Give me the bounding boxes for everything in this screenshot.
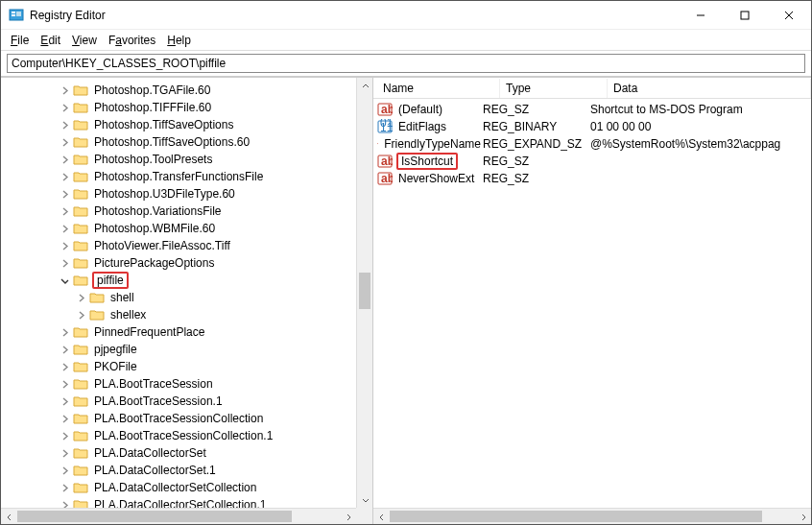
- registry-tree[interactable]: Photoshop.TGAFile.60Photoshop.TIFFFile.6…: [1, 78, 372, 517]
- tree-item[interactable]: PLA.DataCollectorSet.1: [3, 462, 372, 479]
- chevron-right-icon[interactable]: [58, 429, 71, 442]
- scroll-right-icon[interactable]: [340, 509, 356, 524]
- values-pane: Name Type Data ab(Default)REG_SZShortcut…: [373, 78, 811, 524]
- value-row[interactable]: abIsShortcutREG_SZ: [373, 153, 811, 170]
- value-row[interactable]: abNeverShowExtREG_SZ: [373, 170, 811, 187]
- column-header-name[interactable]: Name: [377, 79, 500, 98]
- svg-text:ab: ab: [381, 103, 393, 116]
- tree-item[interactable]: PinnedFrequentPlace: [3, 323, 372, 341]
- tree-item[interactable]: piffile: [3, 272, 372, 289]
- menu-favorites[interactable]: Favorites: [105, 32, 159, 49]
- minimize-button[interactable]: [679, 1, 723, 30]
- value-row[interactable]: abFriendlyTypeNameREG_EXPAND_SZ@%SystemR…: [373, 135, 811, 153]
- chevron-right-icon[interactable]: [58, 446, 71, 460]
- chevron-right-icon[interactable]: [58, 464, 71, 477]
- tree-item[interactable]: Photoshop.TIFFFile.60: [3, 99, 372, 116]
- tree-item-label: PLA.BootTraceSessionCollection: [92, 412, 265, 425]
- svg-text:ab: ab: [381, 155, 393, 168]
- value-row[interactable]: 011110EditFlagsREG_BINARY01 00 00 00: [373, 118, 811, 135]
- chevron-right-icon[interactable]: [58, 325, 71, 339]
- tree-item[interactable]: Photoshop.TransferFunctionsFile: [3, 168, 372, 185]
- folder-icon: [73, 135, 88, 149]
- scroll-down-icon[interactable]: [357, 491, 373, 508]
- folder-icon: [73, 464, 88, 477]
- values-list[interactable]: ab(Default)REG_SZShortcut to MS-DOS Prog…: [373, 99, 811, 187]
- tree-item-label: PLA.BootTraceSession: [92, 377, 215, 391]
- chevron-right-icon[interactable]: [58, 481, 71, 494]
- menu-help[interactable]: Help: [163, 32, 195, 49]
- tree-item-label: Photoshop.U3DFileType.60: [92, 187, 237, 201]
- column-header-type[interactable]: Type: [500, 79, 608, 98]
- chevron-right-icon[interactable]: [58, 239, 71, 252]
- folder-icon: [73, 360, 88, 373]
- tree-item[interactable]: Photoshop.WBMFile.60: [3, 220, 372, 237]
- tree-item[interactable]: Photoshop.TiffSaveOptions: [3, 116, 372, 133]
- tree-item[interactable]: Photoshop.ToolPresets: [3, 151, 372, 168]
- tree-item[interactable]: PLA.BootTraceSessionCollection: [3, 410, 372, 427]
- menu-view[interactable]: View: [68, 32, 101, 49]
- scroll-left-icon[interactable]: [1, 509, 17, 524]
- folder-icon: [73, 377, 88, 391]
- tree-item-label: PLA.DataCollectorSet.1: [92, 464, 218, 477]
- tree-item[interactable]: shell: [3, 289, 372, 306]
- tree-item[interactable]: shellex: [3, 306, 372, 323]
- value-name: IsShortcut: [396, 153, 458, 170]
- chevron-right-icon[interactable]: [58, 170, 71, 183]
- folder-icon: [73, 412, 88, 425]
- tree-item[interactable]: PLA.BootTraceSessionCollection.1: [3, 427, 372, 444]
- tree-item[interactable]: PLA.BootTraceSession.1: [3, 393, 372, 410]
- scroll-left-icon[interactable]: [373, 509, 390, 524]
- tree-item[interactable]: Photoshop.VariationsFile: [3, 203, 372, 220]
- chevron-right-icon[interactable]: [58, 135, 71, 149]
- tree-item[interactable]: Photoshop.TGAFile.60: [3, 82, 372, 99]
- chevron-right-icon[interactable]: [58, 118, 71, 131]
- address-input[interactable]: [7, 54, 805, 73]
- tree-item[interactable]: PhotoViewer.FileAssoc.Tiff: [3, 237, 372, 254]
- tree-item[interactable]: Photoshop.TiffSaveOptions.60: [3, 133, 372, 151]
- menu-edit[interactable]: Edit: [36, 32, 64, 49]
- tree-item-label: Photoshop.VariationsFile: [92, 204, 224, 218]
- tree-vertical-scrollbar[interactable]: [356, 78, 372, 508]
- chevron-right-icon[interactable]: [74, 308, 87, 322]
- chevron-right-icon[interactable]: [58, 412, 71, 425]
- chevron-right-icon[interactable]: [58, 377, 71, 391]
- folder-icon: [73, 394, 88, 408]
- chevron-right-icon[interactable]: [58, 256, 71, 270]
- chevron-right-icon[interactable]: [58, 222, 71, 235]
- chevron-right-icon[interactable]: [58, 187, 71, 201]
- tree-item[interactable]: Photoshop.U3DFileType.60: [3, 185, 372, 203]
- chevron-right-icon[interactable]: [58, 360, 71, 373]
- column-header-data[interactable]: Data: [608, 79, 811, 98]
- scroll-up-icon[interactable]: [357, 78, 373, 94]
- chevron-right-icon[interactable]: [58, 394, 71, 408]
- tree-item[interactable]: PKOFile: [3, 358, 372, 375]
- chevron-right-icon[interactable]: [58, 204, 71, 218]
- tree-pane: Photoshop.TGAFile.60Photoshop.TIFFFile.6…: [1, 78, 373, 524]
- tree-item[interactable]: PLA.BootTraceSession: [3, 375, 372, 393]
- tree-item-label: pjpegfile: [92, 343, 139, 356]
- chevron-right-icon[interactable]: [74, 291, 87, 304]
- tree-item-label: PLA.DataCollectorSet: [92, 446, 208, 460]
- folder-icon: [73, 256, 88, 270]
- chevron-right-icon[interactable]: [58, 84, 71, 97]
- menu-file[interactable]: File: [7, 32, 33, 49]
- tree-item[interactable]: PLA.DataCollectorSetCollection: [3, 479, 372, 496]
- chevron-right-icon[interactable]: [58, 343, 71, 356]
- tree-item[interactable]: pjpegfile: [3, 341, 372, 358]
- close-button[interactable]: [767, 1, 811, 30]
- chevron-right-icon[interactable]: [58, 153, 71, 166]
- values-horizontal-scrollbar[interactable]: [373, 508, 811, 524]
- tree-item-label: PicturePackageOptions: [92, 256, 216, 270]
- tree-item[interactable]: PLA.DataCollectorSet: [3, 444, 372, 462]
- tree-item[interactable]: PicturePackageOptions: [3, 254, 372, 272]
- value-data: 01 00 00 00: [590, 120, 811, 133]
- maximize-button[interactable]: [723, 1, 767, 30]
- value-row[interactable]: ab(Default)REG_SZShortcut to MS-DOS Prog…: [373, 101, 811, 118]
- scroll-right-icon[interactable]: [795, 509, 811, 524]
- tree-item-label: PhotoViewer.FileAssoc.Tiff: [92, 239, 232, 252]
- chevron-down-icon[interactable]: [58, 274, 71, 287]
- tree-horizontal-scrollbar[interactable]: [1, 508, 356, 524]
- folder-icon: [73, 170, 88, 183]
- folder-icon: [89, 308, 105, 322]
- chevron-right-icon[interactable]: [58, 101, 71, 114]
